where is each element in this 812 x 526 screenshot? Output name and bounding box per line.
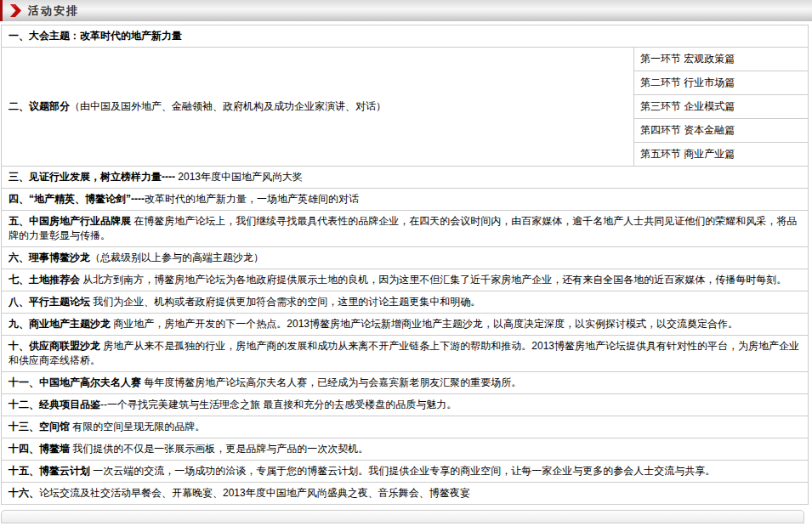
agenda-row-4: 四、“地产精英、博鳌论剑”----改革时代的地产新力量，一场地产英雄间的对话 <box>2 189 809 211</box>
agenda-row-title: 四、“地产精英、博鳌论剑”---- <box>9 193 145 205</box>
agenda-row-text: 商业地产，房地产开发的下一个热点。2013博鳌房地产论坛新增商业地产主题沙龙，以… <box>111 318 738 330</box>
agenda-row-text: 房地产从来不是孤独的行业，房地产商的发展和成功从来离不开产业链条上下游的帮助和推… <box>9 340 799 366</box>
agenda-row-text: （总裁级别以上参与的高端主题沙龙） <box>90 252 264 263</box>
session-label: 第五环节 商业产业篇 <box>634 143 808 167</box>
agenda-row-text: 我们提供的不仅是一张展示画板，更是品牌与产品的一次次契机。 <box>70 443 368 455</box>
agenda-row-11: 十一、中国地产高尔夫名人赛 每年度博鳌房地产论坛高尔夫名人赛，已经成为与会嘉宾新… <box>2 372 809 394</box>
agenda-row-title: 三、见证行业发展，树立榜样力量---- <box>9 171 175 183</box>
agenda-row-text: --一个寻找完美建筑与生活理念之旅 最直接和充分的去感受楼盘的品质与魅力。 <box>100 399 457 410</box>
agenda-row-1: 一、大会主题：改革时代的地产新力量 <box>2 25 809 48</box>
agenda-row-7: 七、土地推荐会 从北方到南方，博鳌房地产论坛为各地政府提供展示土地的良机，因为这… <box>2 269 809 291</box>
agenda-row-12: 十二、经典项目品鉴--一个寻找完美建筑与生活理念之旅 最直接和充分的去感受楼盘的… <box>2 394 809 416</box>
next-section-bar <box>1 510 804 523</box>
agenda-row-title: 十、供应商联盟沙龙 <box>9 340 100 352</box>
agenda-row-text: 改革时代的地产新力量，一场地产英雄间的对话 <box>145 193 359 205</box>
agenda-row-text: 论坛交流及社交活动早餐会、开幕晚宴、2013年度中国地产风尚盛典之夜、音乐舞会、… <box>39 487 470 499</box>
agenda-row-text: （由中国及国外地产、金融领袖、政府机构及成功企业家演讲、对话） <box>70 100 386 112</box>
session-label: 第三环节 企业模式篇 <box>634 95 808 119</box>
agenda-row-text: 2013年度中国地产风尚大奖 <box>175 171 303 183</box>
left-accent-stripe <box>0 0 3 21</box>
session-row: 第四环节 资本金融篇 <box>634 119 808 143</box>
agenda-row-2-main-cell: 二、议题部分（由中国及国外地产、金融领袖、政府机构及成功企业家演讲、对话） <box>2 48 634 167</box>
agenda-row-title: 十一、中国地产高尔夫名人赛 <box>9 376 141 388</box>
agenda-row-text: 从北方到南方，博鳌房地产论坛为各地政府提供展示土地的良机，因为这里不但汇集了近千… <box>80 274 786 286</box>
agenda-row-text: 每年度博鳌房地产论坛高尔夫名人赛，已经成为与会嘉宾新老朋友汇聚的重要场所。 <box>141 376 521 388</box>
session-label: 第二环节 行业市场篇 <box>634 71 808 95</box>
session-row: 第三环节 企业模式篇 <box>634 95 808 119</box>
section-header: 活动安排 <box>0 0 812 22</box>
page-title: 活动安排 <box>28 3 79 19</box>
agenda-row-9: 九、商业地产主题沙龙 商业地产，房地产开发的下一个热点。2013博鳌房地产论坛新… <box>2 314 809 336</box>
agenda-row-title: 八、平行主题论坛 <box>9 296 90 308</box>
agenda-row-2: 二、议题部分（由中国及国外地产、金融领袖、政府机构及成功企业家演讲、对话） 第一… <box>2 48 809 167</box>
agenda-row-text: 有限的空间呈现无限的品牌。 <box>70 421 205 433</box>
session-row: 第一环节 宏观政策篇 <box>634 48 808 71</box>
agenda-row-title: 十六、 <box>9 487 39 499</box>
agenda-row-title: 五、中国房地产行业品牌展 <box>9 215 131 227</box>
session-row: 第五环节 商业产业篇 <box>634 143 808 167</box>
agenda-row-text: 一次云端的交流，一场成功的洽谈，专属于您的博鳌云计划。我们提供企业专享的商业空间… <box>90 465 715 477</box>
agenda-row-title: 六、理事博鳌沙龙 <box>9 252 90 263</box>
agenda-row-14: 十四、博鳌墙 我们提供的不仅是一张展示画板，更是品牌与产品的一次次契机。 <box>2 438 809 461</box>
agenda-row-title: 十四、博鳌墙 <box>9 443 70 455</box>
agenda-row-3: 三、见证行业发展，树立榜样力量---- 2013年度中国地产风尚大奖 <box>2 167 809 189</box>
agenda-row-13: 十三、空间馆 有限的空间呈现无限的品牌。 <box>2 416 809 438</box>
agenda-row-title: 十五、博鳌云计划 <box>9 465 90 477</box>
agenda-row-5: 五、中国房地产行业品牌展 在博鳌房地产论坛上，我们继续寻找最具代表性的品牌企业，… <box>2 211 809 247</box>
agenda-row-title: 十三、空间馆 <box>9 421 70 433</box>
session-label: 第一环节 宏观政策篇 <box>634 48 808 71</box>
session-row: 第二环节 行业市场篇 <box>634 71 808 95</box>
agenda-row-15: 十五、博鳌云计划 一次云端的交流，一场成功的洽谈，专属于您的博鳌云计划。我们提供… <box>2 461 809 483</box>
agenda-row-title: 一、大会主题：改革时代的地产新力量 <box>9 30 182 42</box>
agenda-row-6: 六、理事博鳌沙龙（总裁级别以上参与的高端主题沙龙） <box>2 247 809 269</box>
session-label: 第四环节 资本金融篇 <box>634 119 808 143</box>
agenda-row-8: 八、平行主题论坛 我们为企业、机构或者政府提供更加符合需求的空间，这里的讨论主题… <box>2 291 809 314</box>
agenda-row-10: 十、供应商联盟沙龙 房地产从来不是孤独的行业，房地产商的发展和成功从来离不开产业… <box>2 336 809 372</box>
agenda-row-title: 二、议题部分 <box>9 100 70 112</box>
agenda-row-title: 七、土地推荐会 <box>9 274 80 286</box>
agenda-row-text: 我们为企业、机构或者政府提供更加符合需求的空间，这里的讨论主题更集中和明确。 <box>90 296 480 308</box>
red-chevron-icon <box>10 4 21 17</box>
agenda-row-title: 十二、经典项目品鉴 <box>9 399 100 410</box>
sessions-cell: 第一环节 宏观政策篇 第二环节 行业市场篇 第三环节 企业模式篇 第四环节 资本… <box>634 48 809 167</box>
agenda-table: 一、大会主题：改革时代的地产新力量 二、议题部分（由中国及国外地产、金融领袖、政… <box>1 25 809 505</box>
agenda-row-16: 十六、论坛交流及社交活动早餐会、开幕晚宴、2013年度中国地产风尚盛典之夜、音乐… <box>2 483 809 505</box>
agenda-row-title: 九、商业地产主题沙龙 <box>9 318 111 330</box>
sessions-table: 第一环节 宏观政策篇 第二环节 行业市场篇 第三环节 企业模式篇 第四环节 资本… <box>634 48 808 166</box>
